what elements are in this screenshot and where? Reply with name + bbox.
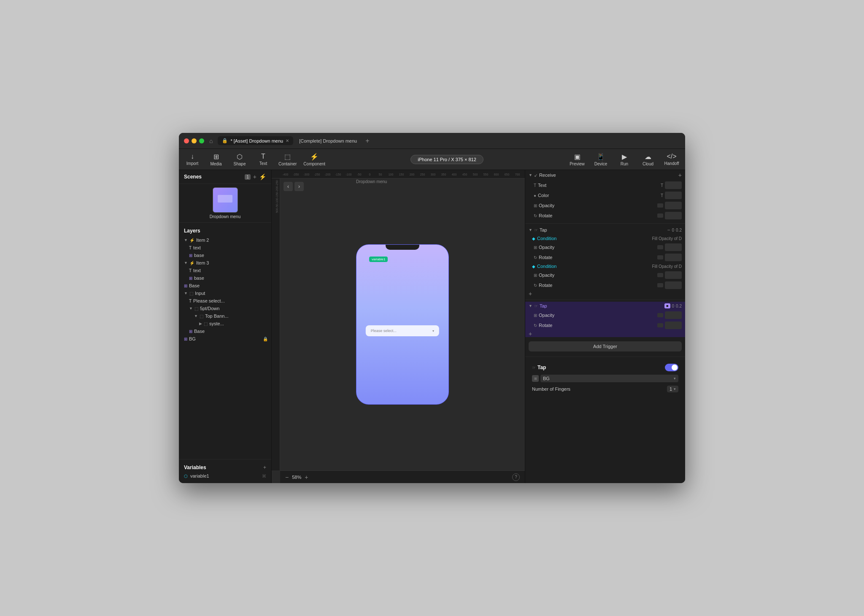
- rotate-checkbox[interactable]: [657, 213, 663, 218]
- canvas-area[interactable]: -400 -350 -300 -250 -200 -150 -100 -50 0…: [272, 170, 525, 483]
- tap1-plus-button[interactable]: +: [525, 289, 535, 298]
- receive-collapse-icon[interactable]: ▼: [529, 173, 532, 177]
- close-button[interactable]: [184, 138, 189, 143]
- add-variable-button[interactable]: +: [263, 465, 266, 470]
- import-label: Import: [186, 161, 198, 166]
- scenes-section: Scenes 1 + ⚡: [179, 170, 271, 184]
- run-tool[interactable]: ▶ Run: [616, 153, 633, 166]
- zoom-out-button[interactable]: −: [285, 474, 289, 481]
- tap1-minus-button[interactable]: −: [667, 227, 670, 233]
- shape-tool[interactable]: ⬡ Shape: [231, 153, 248, 166]
- tap1-opacity1-checkbox[interactable]: [657, 245, 663, 249]
- text-icon: T: [261, 153, 265, 160]
- layer-5pt[interactable]: ▼ ⬚ 5pt/Down: [179, 305, 271, 312]
- container-tool[interactable]: ⬚ Container: [278, 153, 297, 166]
- preview-icon: ▣: [574, 153, 580, 161]
- tap1-opacity1-value[interactable]: [665, 243, 682, 251]
- tap1-gesture-icon: ☞: [534, 228, 538, 232]
- layer-please[interactable]: T Please select...: [179, 297, 271, 305]
- device-pill[interactable]: iPhone 11 Pro / X 375 × 812: [410, 155, 483, 164]
- opacity-checkbox[interactable]: [657, 203, 663, 208]
- tap2-opacity-value[interactable]: [665, 311, 682, 319]
- tab-active[interactable]: 🔒 * [Asset] Dropdown menu ✕: [218, 136, 293, 145]
- layer-arrow-item2[interactable]: ▼: [184, 238, 188, 242]
- condition2-icon: ◆: [532, 264, 535, 269]
- scene-preview[interactable]: Dropdown menu: [179, 184, 271, 223]
- home-icon[interactable]: ⌂: [209, 138, 213, 144]
- tap2-plus-button[interactable]: +: [525, 330, 535, 338]
- layer-arrow-syste[interactable]: ▶: [199, 322, 202, 326]
- text-value-field[interactable]: [665, 181, 682, 189]
- phone-dropdown[interactable]: Please select... ▾: [366, 325, 439, 336]
- variable-delete-icon[interactable]: ⌘: [262, 474, 266, 478]
- tab-close-icon[interactable]: ✕: [286, 138, 289, 143]
- tap2-num2: 0.2: [676, 304, 682, 308]
- variable-item[interactable]: ⬡ variable1 ⌘: [179, 472, 271, 480]
- lightning-scene-icon[interactable]: ⚡: [259, 173, 266, 180]
- layer-base3-label: base: [194, 276, 204, 281]
- tap1-rotate1-value[interactable]: [665, 254, 682, 261]
- receive-color-label: Color: [538, 193, 659, 198]
- add-tab-button[interactable]: +: [363, 137, 372, 145]
- tap1-rotate2-value[interactable]: [665, 281, 682, 289]
- layer-arrow-5pt[interactable]: ▼: [189, 306, 193, 311]
- ruler-mark: -350: [291, 173, 301, 176]
- layer-base-inp[interactable]: ⊞ Base: [179, 327, 271, 335]
- add-scene-button[interactable]: +: [253, 173, 256, 180]
- tap1-rotate1-checkbox[interactable]: [657, 255, 663, 259]
- layer-item-2[interactable]: ▼ ⚡ Item 2: [179, 236, 271, 244]
- ruler-left-mark: -250: [272, 180, 280, 186]
- maximize-button[interactable]: [199, 138, 204, 143]
- media-tool[interactable]: ⊞ Media: [208, 153, 224, 166]
- layer-arrow-item3[interactable]: ▼: [184, 261, 188, 265]
- layer-text-icon: T: [189, 246, 192, 250]
- layer-text2[interactable]: T text: [179, 244, 271, 251]
- rotate-value-field[interactable]: [665, 212, 682, 219]
- tap2-rotate-icon: ↻: [534, 323, 537, 328]
- layer-input[interactable]: ▼ ⬚ Input: [179, 289, 271, 297]
- layer-base2[interactable]: ⊞ base: [179, 251, 271, 259]
- layers-header: Layers: [179, 226, 271, 236]
- component-tool[interactable]: ⚡ Component: [303, 153, 325, 166]
- layer-arrow-topbann[interactable]: ▼: [194, 314, 198, 318]
- help-button[interactable]: ?: [512, 473, 520, 481]
- tap2-collapse-icon[interactable]: ▼: [529, 304, 532, 308]
- layer-arrow-input[interactable]: ▼: [184, 291, 188, 295]
- tap2-rotate-value[interactable]: [665, 322, 682, 329]
- tap2-opacity-checkbox[interactable]: [657, 313, 663, 317]
- opacity-value-field[interactable]: [665, 202, 682, 209]
- fingers-selector[interactable]: 1 ▾: [667, 386, 678, 392]
- layer-syste[interactable]: ▶ ⬚ syste...: [179, 320, 271, 327]
- tap1-rotate2-checkbox[interactable]: [657, 283, 663, 287]
- ruler-marks: -400 -350 -300 -250 -200 -150 -100 -50 0…: [280, 170, 525, 178]
- import-tool[interactable]: ↓ Import: [184, 153, 201, 166]
- tap2-opacity-label: Opacity: [539, 313, 656, 318]
- tap1-collapse-icon[interactable]: ▼: [529, 228, 532, 232]
- bg-selector-row: ⊞ BG ▾: [529, 373, 682, 384]
- bg-dropdown[interactable]: BG ▾: [540, 375, 678, 382]
- device-tool[interactable]: 📱 Device: [592, 153, 609, 166]
- tap1-opacity2-checkbox[interactable]: [657, 273, 663, 277]
- zoom-in-button[interactable]: +: [305, 474, 308, 481]
- minimize-button[interactable]: [192, 138, 197, 143]
- preview-tool[interactable]: ▣ Preview: [569, 153, 586, 166]
- cloud-tool[interactable]: ☁ Cloud: [640, 153, 656, 166]
- text-tool[interactable]: T Text: [255, 153, 272, 166]
- tap1-opacity2-value[interactable]: [665, 271, 682, 279]
- layer-bg[interactable]: ⊞ BG 🔒: [179, 335, 271, 343]
- add-trigger-button[interactable]: Add Trigger: [529, 341, 682, 351]
- color-value-field[interactable]: [665, 192, 682, 199]
- receive-label: Receive: [539, 173, 677, 178]
- run-label: Run: [621, 162, 628, 166]
- sidebar-left: Scenes 1 + ⚡ Dropdown menu Layers ▼: [179, 170, 272, 483]
- layer-item-3[interactable]: ▼ ⚡ Item 3: [179, 259, 271, 267]
- layer-base3[interactable]: ⊞ base: [179, 274, 271, 282]
- tab-inactive[interactable]: [Complete] Dropdown menu: [295, 137, 361, 145]
- receive-plus-icon[interactable]: +: [678, 172, 682, 178]
- handoff-tool[interactable]: </> Handoff: [663, 153, 680, 166]
- layer-topbann[interactable]: ▼ ⬚ Top Bann...: [179, 312, 271, 320]
- layer-text3[interactable]: T text: [179, 267, 271, 274]
- tap-toggle-switch[interactable]: [665, 364, 678, 371]
- layer-base-main[interactable]: ⊞ Base: [179, 282, 271, 289]
- tap2-rotate-checkbox[interactable]: [657, 323, 663, 327]
